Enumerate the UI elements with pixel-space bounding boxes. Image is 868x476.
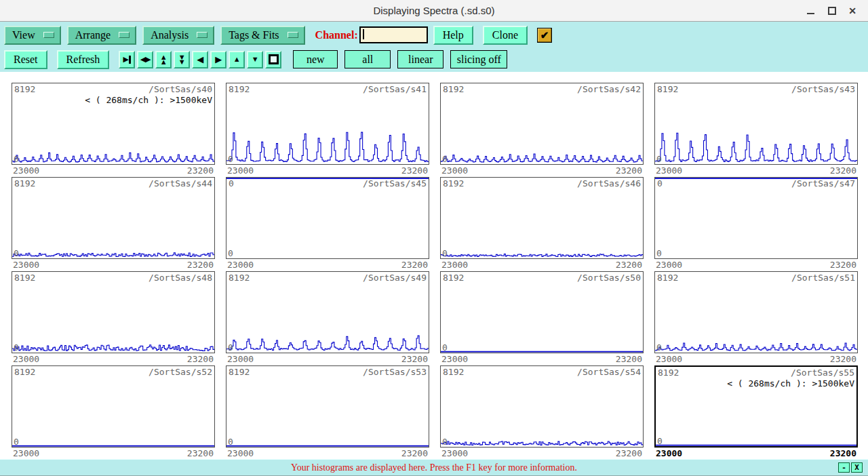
spectrum-panel-s41[interactable]: 8192/SortSas/s410 [226, 83, 429, 165]
titlebar: Displaying Spectra (.sd.s0) ✕ [0, 0, 868, 22]
spectrum-title: /SortSas/s55 [791, 368, 854, 378]
step-up-icon: ▲ [233, 56, 241, 63]
spectrum-title: /SortSas/s45 [363, 178, 427, 189]
double-down-button[interactable]: ▼▼ [174, 51, 190, 68]
y-max-label: 8192 [229, 84, 250, 94]
checkmark-icon: ✔ [540, 29, 549, 41]
x-max-label: 23200 [187, 165, 214, 176]
histogram-trace [12, 153, 214, 162]
text-caret [363, 29, 364, 39]
x-axis-labels: 2300023200 [654, 353, 858, 364]
x-min-label: 23000 [656, 165, 682, 176]
slicing-toggle-button[interactable]: slicing off [450, 50, 507, 68]
option-menu-icon [197, 32, 208, 38]
spectrum-panel-s45[interactable]: 0/SortSas/s450 [226, 177, 429, 259]
y-max-label: 8192 [443, 178, 464, 189]
spectrum-cell-s52: 8192/SortSas/s5202300023200 [12, 365, 215, 458]
tags-checkbox[interactable]: ✔ [537, 28, 552, 43]
linear-scale-button[interactable]: linear [397, 50, 443, 68]
spectrum-panel-s53[interactable]: 8192/SortSas/s530 [226, 365, 429, 448]
spectrum-panel-s43[interactable]: 8192/SortSas/s430 [654, 83, 858, 165]
x-axis-labels: 2300023200 [440, 259, 644, 270]
x-max-label: 23200 [401, 260, 428, 270]
full-view-button[interactable] [265, 51, 281, 68]
clone-button[interactable]: Clone [483, 26, 528, 45]
x-min-label: 23000 [13, 448, 39, 458]
spectrum-panel-s40[interactable]: 8192/SortSas/s40< ( 268ms/ch ): >1500keV… [12, 83, 215, 165]
histogram-trace [226, 336, 429, 350]
new-button[interactable]: new [293, 50, 338, 68]
all-button[interactable]: all [344, 50, 391, 68]
pan-right-button[interactable]: ▶ [210, 51, 226, 68]
spectrum-cell-s40: 8192/SortSas/s40< ( 268ms/ch ): >1500keV… [12, 83, 215, 176]
menu-view[interactable]: View [4, 26, 61, 45]
close-button[interactable]: ✕ [842, 0, 863, 21]
spectrum-panel-s49[interactable]: 8192/SortSas/s490 [226, 271, 429, 353]
spectrum-panel-s46[interactable]: 8192/SortSas/s460 [440, 177, 644, 259]
spectrum-panel-s47[interactable]: 0/SortSas/s470 [654, 177, 858, 259]
x-max-label: 23200 [187, 260, 214, 270]
x-axis-labels: 2300023200 [12, 448, 215, 458]
spectrum-panel-s50[interactable]: 8192/SortSas/s500 [440, 271, 644, 353]
spectrum-title: /SortSas/s40 [149, 84, 212, 94]
menu-analysis[interactable]: Analysis [142, 26, 214, 45]
x-max-label: 23200 [616, 448, 642, 458]
double-up-button[interactable]: ▲▲ [155, 51, 172, 68]
spectrum-panel-s54[interactable]: 8192/SortSas/s540 [440, 365, 644, 448]
channel-input[interactable] [359, 26, 428, 43]
x-axis-labels: 2300023200 [440, 353, 644, 364]
x-max-label: 23200 [830, 354, 856, 364]
spectrum-panel-s42[interactable]: 8192/SortSas/s420 [440, 83, 644, 165]
maximize-button[interactable] [822, 0, 842, 21]
x-min-label: 23000 [441, 448, 468, 458]
menu-tags-fits[interactable]: Tags & Fits [220, 26, 304, 45]
spectrum-panel-s51[interactable]: 8192/SortSas/s510 [654, 271, 858, 353]
y-zero-label: 0 [442, 154, 448, 164]
condition-annotation: < ( 268ms/ch ): >1500keV [727, 378, 854, 389]
spectrum-panel-s44[interactable]: 8192/SortSas/s440 [12, 177, 215, 259]
x-min-label: 23000 [227, 448, 254, 458]
status-close-button[interactable]: X [851, 462, 863, 473]
y-max-label: 8192 [443, 367, 464, 377]
x-max-label: 23200 [401, 448, 428, 458]
reset-button[interactable]: Reset [4, 50, 47, 69]
expand-horizontal-button[interactable]: ◀▶ [137, 51, 153, 68]
menu-label: View [12, 29, 35, 41]
step-up-button[interactable]: ▲ [229, 51, 245, 68]
x-min-label: 23000 [13, 354, 39, 364]
status-minimize-button[interactable]: - [838, 462, 850, 473]
y-zero-label: 0 [228, 342, 233, 353]
spectrum-title: /SortSas/s42 [577, 84, 641, 94]
spectrum-panel-s55[interactable]: 8192/SortSas/s55< ( 268ms/ch ): >1500keV… [654, 365, 858, 448]
spectrum-panel-s52[interactable]: 8192/SortSas/s520 [12, 365, 215, 448]
step-down-icon: ▼ [252, 56, 259, 63]
x-min-label: 23000 [13, 260, 39, 270]
spectra-area: 8192/SortSas/s40< ( 268ms/ch ): >1500keV… [0, 72, 868, 459]
x-axis-labels: 2300023200 [654, 448, 858, 458]
pan-left-button[interactable]: ◀ [192, 51, 208, 68]
x-min-label: 23000 [227, 260, 254, 270]
help-button[interactable]: Help [433, 26, 473, 45]
y-max-label: 8192 [658, 368, 679, 378]
y-max-label: 8192 [657, 273, 678, 283]
spectrum-cell-s55: 8192/SortSas/s55< ( 268ms/ch ): >1500keV… [654, 365, 858, 458]
spectrum-cell-s45: 0/SortSas/s4502300023200 [226, 177, 429, 270]
y-zero-label: 0 [14, 437, 19, 447]
minimize-button[interactable] [800, 0, 821, 21]
app-window: Displaying Spectra (.sd.s0) ✕ ViewArrang… [0, 0, 868, 476]
x-axis-labels: 2300023200 [12, 259, 215, 270]
y-zero-label: 0 [14, 154, 19, 164]
histogram-trace [441, 154, 643, 162]
refresh-button[interactable]: Refresh [57, 50, 110, 69]
spectrum-panel-s48[interactable]: 8192/SortSas/s480 [12, 271, 215, 353]
channel-label: Channel: [315, 29, 358, 41]
menu-arrange[interactable]: Arrange [67, 26, 136, 45]
spectrum-cell-s44: 8192/SortSas/s4402300023200 [12, 177, 215, 270]
x-axis-labels: 2300023200 [12, 165, 215, 176]
spectrum-cell-s43: 8192/SortSas/s4302300023200 [654, 83, 858, 176]
snap-right-button[interactable]: ▶ [119, 51, 135, 68]
x-max-label: 23200 [830, 448, 856, 458]
menu-label: Analysis [151, 29, 189, 41]
step-down-button[interactable]: ▼ [247, 51, 263, 68]
y-zero-label: 0 [228, 437, 233, 447]
